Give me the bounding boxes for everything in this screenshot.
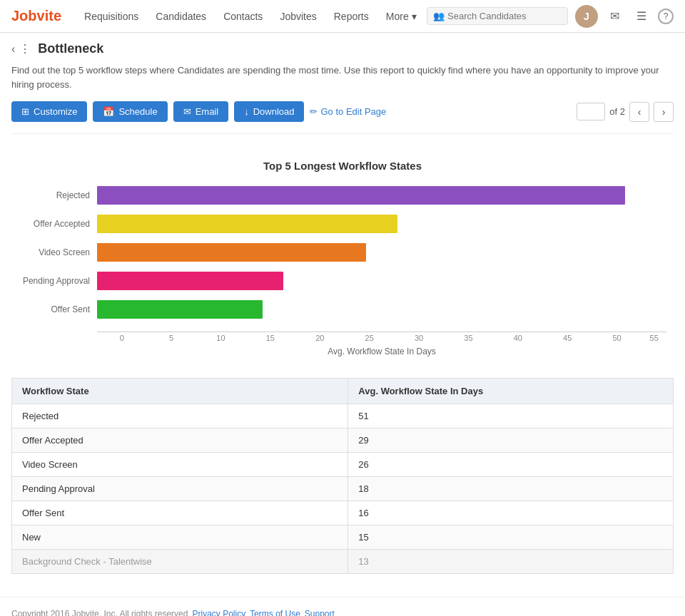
cell-days: 15 xyxy=(348,525,674,550)
bar-label: Pending Approval xyxy=(19,276,97,286)
x-axis-label: 30 xyxy=(394,334,443,342)
col-avg-days: Avg. Workflow State In Days xyxy=(348,379,674,404)
table-row: Pending Approval18 xyxy=(12,477,674,501)
bar-label: Offer Sent xyxy=(19,304,97,314)
cell-state: Video Screen xyxy=(12,453,348,477)
breadcrumb-nav: ‹ ⋮ xyxy=(11,42,31,56)
bar-label: Rejected xyxy=(19,190,97,200)
table-row: New15 xyxy=(12,525,674,550)
x-axis-label: 20 xyxy=(295,334,345,342)
cell-state: Offer Sent xyxy=(12,501,348,525)
search-people-icon: 👥 xyxy=(433,11,445,21)
x-axis-label: 50 xyxy=(592,334,641,342)
download-icon: ↓ xyxy=(244,106,249,117)
cell-state: Rejected xyxy=(12,404,348,428)
logo[interactable]: Jobvite xyxy=(11,8,61,24)
bar-wrap xyxy=(97,243,666,262)
cell-state: Offer Accepted xyxy=(12,428,348,453)
back-arrow[interactable]: ‹ xyxy=(11,43,15,56)
cell-state: Background Check - Talentwise xyxy=(12,550,348,574)
chart-x-title: Avg. Workflow State In Days xyxy=(97,346,666,356)
data-table: Workflow State Avg. Workflow State In Da… xyxy=(11,378,674,574)
cell-state: New xyxy=(12,525,348,550)
table-row: Offer Accepted29 xyxy=(12,428,674,453)
bar-label: Offer Accepted xyxy=(19,219,97,229)
schedule-icon: 📅 xyxy=(103,106,114,117)
cell-days: 29 xyxy=(348,428,674,453)
bar-wrap xyxy=(97,300,666,319)
bar xyxy=(97,215,397,233)
col-workflow-state: Workflow State xyxy=(12,379,348,404)
cell-days: 16 xyxy=(348,501,674,525)
bar-label: Video Screen xyxy=(19,247,97,257)
nav-links: Requisitions Candidates Contacts Jobvite… xyxy=(76,0,427,33)
cell-days: 26 xyxy=(348,453,674,477)
page-content: ‹ ⋮ Bottleneck Find out the top 5 workfl… xyxy=(0,33,685,582)
navbar: Jobvite Requisitions Candidates Contacts… xyxy=(0,0,685,33)
help-icon[interactable]: ? xyxy=(658,9,674,24)
cell-days: 51 xyxy=(348,404,674,428)
menu-icon[interactable]: ☰ xyxy=(631,6,652,27)
table-row: Offer Sent16 xyxy=(12,501,674,525)
chart-title: Top 5 Longest Workflow States xyxy=(19,160,666,172)
chart-x-axis xyxy=(97,332,666,332)
chevron-down-icon: ▾ xyxy=(412,11,417,22)
copyright-text: Copyright 2016 Jobvite, Inc. All rights … xyxy=(11,609,188,616)
search-input[interactable] xyxy=(447,11,562,21)
nav-item-contacts[interactable]: Contacts xyxy=(215,0,271,33)
breadcrumb: ‹ ⋮ Bottleneck xyxy=(11,41,674,56)
chart-x-labels: 0510152025303540455055 xyxy=(97,334,666,342)
nav-item-reports[interactable]: Reports xyxy=(325,0,377,33)
pencil-icon: ✏ xyxy=(310,106,318,117)
x-axis-label: 40 xyxy=(493,334,542,342)
chart-bar-row: Video Screen xyxy=(19,243,666,262)
x-axis-label: 25 xyxy=(345,334,394,342)
bar-wrap xyxy=(97,272,666,290)
page-input[interactable]: 1 xyxy=(577,103,605,120)
bar xyxy=(97,243,366,262)
schedule-button[interactable]: 📅 Schedule xyxy=(93,101,167,122)
x-axis-label: 5 xyxy=(146,334,196,342)
page-total: of 2 xyxy=(609,106,625,117)
page-description: Find out the top 5 workflow steps where … xyxy=(11,63,674,91)
footer: Copyright 2016 Jobvite, Inc. All rights … xyxy=(0,597,685,616)
bar xyxy=(97,272,283,290)
chart-bar-row: Rejected xyxy=(19,186,666,205)
table-row: Rejected51 xyxy=(12,404,674,428)
privacy-link[interactable]: Privacy Policy xyxy=(192,609,245,616)
customize-button[interactable]: ⊞ Customize xyxy=(11,101,87,122)
support-link[interactable]: Support xyxy=(305,609,335,616)
bar-wrap xyxy=(97,215,666,233)
chart-area: Top 5 Longest Workflow States RejectedOf… xyxy=(11,145,674,364)
table-row: Background Check - Talentwise13 xyxy=(12,550,674,574)
nav-item-requisitions[interactable]: Requisitions xyxy=(76,0,147,33)
x-axis-label: 10 xyxy=(196,334,245,342)
nav-item-candidates[interactable]: Candidates xyxy=(147,0,215,33)
terms-link[interactable]: Terms of Use xyxy=(250,609,300,616)
mail-icon[interactable]: ✉ xyxy=(604,6,625,27)
avatar[interactable]: J xyxy=(575,5,598,28)
next-page-button[interactable]: › xyxy=(654,102,674,122)
bar-wrap xyxy=(97,186,666,205)
cell-days: 13 xyxy=(348,550,674,574)
edit-page-link[interactable]: ✏ Go to Edit Page xyxy=(310,106,386,117)
customize-icon: ⊞ xyxy=(21,106,29,117)
cell-days: 18 xyxy=(348,477,674,501)
nav-icons: J ✉ ☰ ? xyxy=(575,5,674,28)
nav-item-more[interactable]: More ▾ xyxy=(377,11,425,22)
chart-bars: RejectedOffer AcceptedVideo ScreenPendin… xyxy=(19,186,666,329)
email-icon: ✉ xyxy=(183,106,191,117)
prev-page-button[interactable]: ‹ xyxy=(629,102,649,122)
x-axis-label: 15 xyxy=(245,334,295,342)
email-button[interactable]: ✉ Email xyxy=(173,101,229,122)
bar xyxy=(97,300,263,319)
nav-item-jobvites[interactable]: Jobvites xyxy=(271,0,325,33)
download-button[interactable]: ↓ Download xyxy=(234,101,304,122)
chart-bar-row: Offer Accepted xyxy=(19,215,666,233)
chart-bar-row: Pending Approval xyxy=(19,272,666,290)
pagination: 1 of 2 ‹ › xyxy=(577,102,674,122)
options-dots[interactable]: ⋮ xyxy=(19,42,31,56)
toolbar: ⊞ Customize 📅 Schedule ✉ Email ↓ Downloa… xyxy=(11,101,674,134)
search-box: 👥 xyxy=(427,7,568,25)
cell-state: Pending Approval xyxy=(12,477,348,501)
